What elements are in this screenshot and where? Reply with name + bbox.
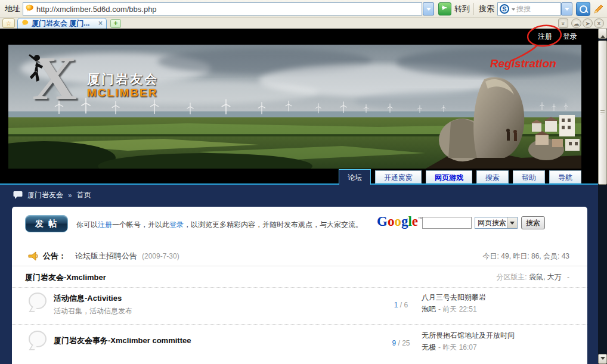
soso-caret-icon[interactable] [512,8,515,13]
tab-web-games[interactable]: 网页游戏 [426,170,472,183]
forum-title-link[interactable]: 厦门岩友会事务-Xmclimber committee [54,335,191,346]
soso-icon[interactable]: S [500,4,509,14]
announcement-label: 公告： [43,247,66,265]
announcement-row: 公告： 论坛版主招聘公告 (2009-7-30) 今日: 49, 昨日: 86,… [12,247,587,266]
forum-row-committee: 厦门岩友会事务-Xmclimber committee 9 / 25 无所畏抱石… [12,326,587,364]
browser-toolbar: 地址 转到 搜索 S [0,0,607,18]
forum-thread-post-counts: 9 / 25 [376,339,426,347]
pencil-edit-icon[interactable] [593,3,605,15]
scrollbar-thumb[interactable] [598,41,607,185]
tab-title: 厦门岩友会 厦门... [32,18,89,29]
welcome-register-link[interactable]: 注册 [98,220,112,229]
tab-favicon [21,20,29,27]
select-dropdown-icon[interactable] [507,217,517,228]
google-letter-0: G [377,214,388,229]
forum-content-area: 厦门岩友会 » 首页 发 帖 你可以注册一个帐号，并以此登录，以浏览更多精彩内容… [0,183,598,364]
toolbar-divider [473,3,474,15]
announcement-date: (2009-7-30) [142,247,179,265]
collapse-toolbar-icon[interactable]: » [558,18,568,28]
welcome-text: 你可以注册一个帐号，并以此登录，以浏览更多精彩内容，并随时发布观点，与大家交流。 [76,220,363,230]
google-scope-select[interactable]: 网页搜索 [475,217,518,229]
welcome-login-link[interactable]: 登录 [169,220,184,229]
search-label: 搜索 [479,0,494,18]
last-post-time: 前天 22:51 [442,305,476,313]
climber-icon [24,53,48,88]
address-input[interactable] [23,2,422,15]
tab-close-icon[interactable]: × [98,18,103,28]
forum-row-activities: 活动信息-Activities 活动召集，活动信息发布 1 / 6 八月三号去阳… [12,288,587,325]
google-logo: Google™ [377,214,423,229]
search-magnifier-button[interactable] [576,2,590,16]
address-label: 地址 [5,0,20,18]
forum-description: 活动召集，活动信息发布 [54,306,132,316]
google-letter-2: o [394,214,401,229]
breadcrumb-separator: » [68,191,72,200]
last-post-author-link[interactable]: 泡吧 [422,305,436,313]
toolbar-search-input[interactable] [516,4,559,14]
tab-open-wowo[interactable]: 开通窝窝 [375,170,422,183]
address-dropdown-button[interactable] [423,2,434,15]
go-label[interactable]: 转到 [454,0,470,18]
toolbar-search-box[interactable]: S [497,2,561,15]
favorites-star-icon[interactable]: ☆ [2,18,15,28]
forum-bubble-icon [29,331,48,349]
forum-card: 发 帖 你可以注册一个帐号，并以此登录，以浏览更多精彩内容，并随时发布观点，与大… [12,207,587,364]
moderators-links[interactable]: 袋鼠, 大万 [529,273,562,281]
breadcrumb: 厦门岩友会 » 首页 [0,185,598,206]
forum-banner: X 厦门岩友会 MCLIMBER [8,45,581,169]
browser-tab[interactable]: 厦门岩友会 厦门... × [17,18,107,29]
breadcrumb-site-link[interactable]: 厦门岩友会 [27,190,63,200]
last-post-meta: 无极- 昨天 16:07 [422,343,477,353]
moderators-label: 分区版主: [496,273,527,281]
breadcrumb-home-link[interactable]: 首页 [77,190,91,200]
forum-title-link[interactable]: 活动信息-Activities [54,293,122,304]
google-letter-3: g [401,214,408,229]
forum-nav-tabs: 论坛 开通窝窝 网页游戏 搜索 帮助 导航 [339,169,581,183]
scrollbar-up-icon[interactable] [598,29,607,39]
banner-landscape-image [8,45,581,169]
site-favicon [25,4,35,14]
collapse-icon[interactable]: - [567,273,569,281]
go-button[interactable] [438,2,451,15]
speech-bubble-icon [13,191,23,200]
tab-help[interactable]: 帮助 [513,170,545,183]
category-header: 厦门岩友会-Xmclimber 分区版主: 袋鼠, 大万 - [12,267,587,288]
last-post-time: 昨天 16:07 [442,343,476,351]
vertical-scrollbar[interactable] [598,29,607,364]
pin-icon[interactable]: ➤ [583,18,593,28]
google-letter-5: e [412,214,418,229]
search-dropdown-button[interactable] [561,2,572,15]
last-post-author-link[interactable]: 无极 [422,343,436,351]
google-letter-1: o [388,214,395,229]
last-post-title-link[interactable]: 八月三号去阳朔攀岩 [422,293,486,303]
announcement-link[interactable]: 论坛版主招聘公告 [75,247,137,265]
google-search-input[interactable] [422,217,472,229]
login-link[interactable]: 登录 [563,29,577,45]
browser-tab-bar: ☆ 厦门岩友会 厦门... × + » ☁ ➤ × [0,18,607,29]
page-body: 注册 登录 [0,29,598,364]
scrollbar-down-icon[interactable] [598,354,607,364]
logo-chinese-name: 厦门岩友会 [87,71,159,88]
new-tab-icon[interactable]: + [110,19,121,28]
forum-stats: 今日: 49, 昨日: 86, 会员: 43 [483,247,569,265]
last-post-meta: 泡吧- 前天 22:51 [422,304,477,315]
forum-thread-post-counts: 1 / 6 [376,301,426,309]
new-post-button[interactable]: 发 帖 [25,215,68,232]
google-search-button[interactable]: 搜索 [521,216,545,229]
tab-navigation[interactable]: 导航 [549,170,581,183]
cloud-icon[interactable]: ☁ [571,18,581,28]
tab-forum[interactable]: 论坛 [339,169,371,185]
megaphone-icon [27,251,38,262]
tab-search[interactable]: 搜索 [476,170,509,183]
forum-bubble-icon [29,293,48,310]
logo-english-name: MCLIMBER [87,86,157,99]
last-post-title-link[interactable]: 无所畏抱石馆地址及开放时间 [422,331,515,341]
category-title[interactable]: 厦门岩友会-Xmclimber [25,267,106,287]
register-link[interactable]: 注册 [538,29,552,45]
close-icon[interactable]: × [594,18,604,28]
account-bar: 注册 登录 [0,29,598,45]
